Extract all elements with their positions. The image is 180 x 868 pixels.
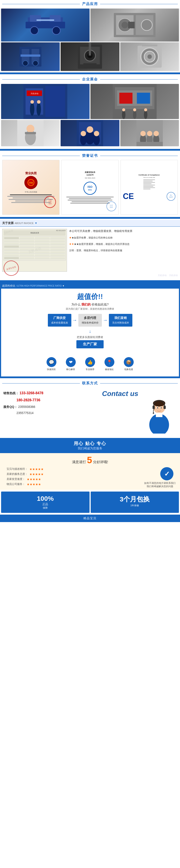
expo-img-1: 天机传动	[1, 84, 90, 119]
price-icon-1-circle: 💬	[47, 357, 56, 367]
svg-point-12	[141, 20, 152, 31]
contact-section: 联系方式 销售热线： 133-3268-8478 180-2828-7736 服…	[0, 378, 180, 438]
rating-label-3: 卖家发货速度：	[7, 477, 25, 481]
svg-point-69	[153, 131, 159, 136]
product-img-3	[1, 42, 60, 71]
separator-1	[0, 72, 180, 74]
price-boxes: 厂商供货 成本价批量批发 → 多层代理 增加各种成本价 → 我们直销 无任何附加…	[3, 314, 177, 327]
cert-2-seal: ISO 9001	[83, 182, 97, 195]
guarantee-label: 正品	[3, 502, 87, 506]
contact-phone2: 180-2828-7736	[17, 398, 40, 402]
svg-rect-43	[119, 93, 132, 104]
svg-text:国徽: 国徽	[29, 182, 33, 184]
price-box-3: 我们直销 无任何附加成本	[109, 314, 132, 327]
price-main: 超值价!! 为什么 我们的 价格如此低? 因为我们是厂家直销，直接把优惠送给消费…	[1, 288, 179, 376]
rating-score: 5	[87, 455, 92, 465]
price-factory-label: 生产厂家	[77, 340, 103, 348]
expo-img-4	[61, 120, 119, 146]
rating-label-1: 宝贝与描述相符：	[7, 467, 28, 471]
price-icon-5-circle: 📦	[124, 357, 134, 367]
svg-point-46	[122, 108, 125, 111]
rating-row-3: 卖家发货速度： ★★★★★	[7, 477, 140, 481]
contact-content: 销售热线： 133-3268-8478 180-2828-7736 服务QQ： …	[0, 388, 180, 436]
cert-3-title: Certificate of Compliance	[139, 174, 159, 176]
svg-rect-54	[25, 132, 36, 134]
guarantee-year: 1年保修	[93, 504, 177, 507]
expo-img-2	[90, 84, 179, 119]
rating-suffix: 分好评哦!	[93, 460, 108, 464]
guarantee-pct: 100%	[3, 495, 87, 502]
price-arrow-icon: →	[72, 314, 77, 327]
svg-rect-83	[163, 406, 166, 409]
contact-us-area: Contact us	[102, 390, 138, 398]
expo-img-3	[1, 120, 60, 146]
svg-point-47	[133, 110, 137, 119]
rating-row-2: 卖家的服务态度： ★★★★★	[7, 472, 140, 476]
svg-point-65	[140, 131, 146, 136]
svg-point-81	[161, 407, 162, 408]
svg-rect-30	[142, 44, 157, 46]
invoice-point-2: ★★如需开收费，请提供公司的单位名称	[69, 236, 178, 240]
price-section: 超高性价比 ULTRA HIGH PERFORMANCE PRICE RATIO…	[0, 282, 180, 376]
rating-content: 宝贝与描述相符： ★★★★★ 卖家的服务态度： ★★★★★ 卖家发货速度： ★★…	[2, 467, 178, 488]
price-factory-wrap: 生产厂家	[3, 340, 177, 352]
contact-info: 销售热线： 133-3268-8478 180-2828-7736 服务QQ： …	[3, 390, 99, 416]
product-header-text: 产品应用	[82, 2, 98, 6]
person-svg	[144, 394, 175, 434]
price-header-arrow[interactable]: ▼	[62, 285, 64, 287]
contact-phone-line-2: 180-2828-7736	[3, 397, 99, 404]
price-box-3-title: 我们直销	[112, 316, 129, 320]
price-icon-3-circle: 👍	[85, 357, 95, 367]
svg-rect-2	[30, 15, 41, 22]
contact-header-text: 联系方式	[82, 381, 98, 386]
slogan-line1: 用心 贴心 专心	[2, 441, 178, 446]
contact-header: 联系方式	[0, 379, 180, 388]
svg-point-37	[31, 100, 34, 104]
cert-iso: 质量管理体系认证证书 ISO 9001:2015 ISO 9001 认证机构	[61, 160, 119, 215]
svg-rect-70	[136, 142, 163, 146]
footer-section: 精品宝贝	[0, 515, 180, 522]
svg-rect-3	[50, 15, 61, 22]
price-subtitle: 为什么 我们的 价格如此低?	[3, 303, 177, 307]
svg-point-4	[31, 27, 38, 34]
rating-section: 满意请打 5 分好评哦! 宝贝与描述相符： ★★★★★ 卖家的服务态度： ★★★…	[0, 453, 180, 490]
contact-qq-label: 服务QQ：	[3, 405, 17, 408]
expo-header: 企业展会	[0, 75, 180, 84]
contact-qq-line-2: 2355775314	[3, 410, 99, 416]
rating-stars-4: ★★★★★	[27, 483, 41, 486]
rating-row-1: 宝贝与描述相符： ★★★★★	[7, 467, 140, 471]
rating-label-4: 物流公司服务：	[7, 482, 25, 486]
price-icons-row: 💬 快速回应 ❤ 耐心解答 👍 专业推荐 📍 修改地址 📦 包换包退	[3, 355, 177, 373]
cert-grid: 营业执照 国徽 中华人民共和国 工商行政管理	[0, 160, 180, 215]
rating-stars-3: ★★★★★	[27, 477, 41, 481]
svg-point-18	[23, 61, 28, 66]
rating-check-circle: ✓	[160, 467, 173, 480]
footer-text: 精品宝贝	[83, 517, 97, 520]
rating-right-text: ✓ 如有不满意的地方请联系我们我们将竭诚解决您的问题	[144, 467, 176, 488]
svg-point-58	[87, 126, 93, 133]
svg-point-53	[27, 125, 34, 133]
product-row-2	[0, 42, 180, 71]
invoice-header-sub: ABOUT INVOICE	[15, 222, 34, 224]
svg-point-36	[30, 102, 34, 116]
svg-point-49	[144, 110, 148, 119]
contact-qq1: 2355938366	[18, 405, 35, 408]
cert-section: 荣誉证书 营业执照 国徽 中华人民共和国	[0, 151, 180, 217]
price-icon-4-label: 修改地址	[105, 368, 114, 371]
price-box-2-title: 多层代理	[82, 316, 98, 320]
svg-point-50	[144, 108, 147, 111]
price-icon-1: 💬 快速回应	[42, 357, 60, 371]
price-reason: 因为我们是厂家直销，直接把优惠送给消费者	[3, 307, 177, 311]
rating-prompt: 满意请打	[72, 460, 86, 464]
cert-business-license: 营业执照 国徽 中华人民共和国 工商行政管理	[2, 160, 59, 215]
product-section: 产品应用	[0, 0, 180, 72]
svg-point-60	[81, 131, 86, 136]
invoice-text-area: 本公司可开具收费，增值税普通发票、增值税专用发票 ★★如需开收费，请提供公司的单…	[69, 229, 178, 272]
contact-qq2: 2355775314	[17, 411, 34, 415]
svg-point-48	[133, 108, 136, 111]
invoice-dropdown-icon[interactable]: ▼	[35, 222, 37, 225]
product-img-2	[90, 8, 179, 41]
cert-2-sub: ISO 9001:2015	[85, 177, 95, 179]
rating-title: 满意请打 5 分好评哦!	[2, 455, 178, 465]
guarantee-box-1: 100% 正品 保障	[1, 492, 90, 513]
